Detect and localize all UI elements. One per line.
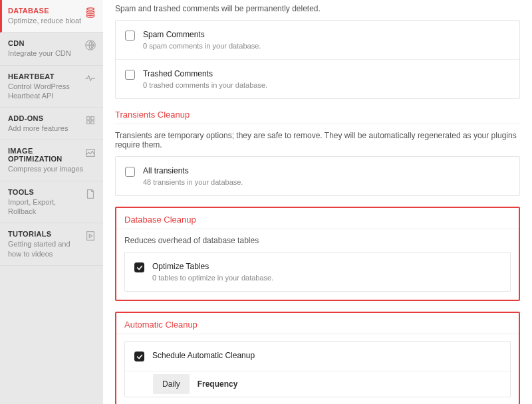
- sidebar: DATABASEOptimize, reduce bloatCDNIntegra…: [0, 0, 103, 404]
- globe-icon: [84, 39, 96, 51]
- sidebar-item-sub: Optimize, reduce bloat: [8, 16, 84, 25]
- comments-group: Spam Comments0 spam comments in your dat…: [115, 20, 520, 99]
- divider: [115, 124, 520, 124]
- checkbox-spam-comments[interactable]: Spam Comments0 spam comments in your dat…: [116, 21, 519, 60]
- heartbeat-icon: [84, 72, 96, 84]
- sidebar-item-tutorials[interactable]: TUTORIALSGetting started and how to vide…: [0, 223, 103, 266]
- row-sub: 0 trashed comments in your database.: [143, 81, 267, 89]
- database-group: Optimize Tables0 tables to optimize in y…: [124, 252, 511, 292]
- sidebar-item-title: TUTORIALS: [8, 230, 84, 238]
- row-sub: 48 transients in your database.: [143, 178, 243, 186]
- sidebar-item-title: CDN: [8, 39, 84, 47]
- sidebar-item-sub: Compress your images: [8, 164, 84, 173]
- checkbox-trashed-comments[interactable]: Trashed Comments0 trashed comments in yo…: [116, 60, 519, 98]
- sidebar-item-sub: Getting started and how to videos: [8, 239, 84, 258]
- comments-intro: Spam and trashed comments will be perman…: [115, 0, 520, 20]
- row-title: Trashed Comments: [143, 69, 267, 78]
- tools-icon: [84, 188, 96, 200]
- transients-group: All transients48 transients in your data…: [115, 156, 520, 196]
- checkbox-icon: [125, 70, 135, 80]
- checkbox-schedule-automatic-cleanup[interactable]: Schedule Automatic Cleanup: [125, 342, 510, 371]
- row-title: All transients: [143, 166, 243, 175]
- transients-desc: Transients are temporary options; they a…: [115, 131, 520, 150]
- sidebar-item-title: DATABASE: [8, 7, 84, 15]
- sidebar-item-heartbeat[interactable]: HEARTBEATControl WordPress Heartbeat API: [0, 66, 103, 108]
- sidebar-item-sub: Integrate your CDN: [8, 49, 84, 58]
- checkbox-optimize-tables[interactable]: Optimize Tables0 tables to optimize in y…: [125, 252, 510, 291]
- sidebar-item-title: IMAGE OPTIMIZATION: [8, 147, 84, 163]
- checkbox-icon: [134, 352, 144, 361]
- sidebar-item-sub: Add more features: [8, 124, 84, 133]
- database-cleanup-box: Database Cleanup Reduces overhead of dat…: [115, 207, 520, 301]
- sidebar-item-addons[interactable]: ADD-ONSAdd more features: [0, 108, 103, 140]
- automatic-cleanup-box: Automatic Cleanup Schedule Automatic Cle…: [115, 312, 520, 404]
- row-title: Schedule Automatic Cleanup: [152, 351, 255, 360]
- sidebar-item-database[interactable]: DATABASEOptimize, reduce bloat: [0, 0, 103, 33]
- checkbox-icon: [125, 167, 135, 177]
- frequency-label: Frequency: [198, 379, 238, 389]
- sidebar-item-sub: Control WordPress Heartbeat API: [8, 82, 84, 101]
- sidebar-item-title: TOOLS: [8, 188, 84, 196]
- transients-heading: Transients Cleanup: [115, 110, 520, 120]
- play-icon: [84, 230, 96, 242]
- sidebar-item-image-optimization[interactable]: IMAGE OPTIMIZATIONCompress your images: [0, 140, 103, 181]
- database-desc: Reduces overhead of database tables: [124, 236, 511, 245]
- database-heading: Database Cleanup: [124, 215, 511, 225]
- divider: [116, 334, 519, 334]
- automatic-group: Schedule Automatic CleanupDailyFrequency: [124, 341, 511, 397]
- main-content: Spam and trashed comments will be perman…: [103, 0, 532, 404]
- sidebar-item-title: HEARTBEAT: [8, 72, 84, 80]
- database-icon: [84, 7, 96, 19]
- sidebar-item-sub: Import, Export, Rollback: [8, 197, 84, 217]
- checkbox-all-transients[interactable]: All transients48 transients in your data…: [116, 157, 519, 195]
- addons-icon: [84, 114, 96, 126]
- sidebar-item-tools[interactable]: TOOLSImport, Export, Rollback: [0, 181, 103, 224]
- frequency-row: DailyFrequency: [125, 374, 510, 397]
- image-icon: [84, 147, 96, 159]
- row-sub: 0 tables to optimize in your database.: [152, 274, 273, 282]
- sidebar-item-cdn[interactable]: CDNIntegrate your CDN: [0, 33, 103, 65]
- checkbox-icon: [134, 262, 144, 272]
- row-title: Spam Comments: [143, 30, 261, 39]
- checkbox-icon: [125, 31, 135, 41]
- divider: [116, 229, 519, 229]
- sidebar-item-title: ADD-ONS: [8, 114, 84, 122]
- frequency-select[interactable]: Daily: [153, 374, 190, 394]
- row-sub: 0 spam comments in your database.: [143, 42, 261, 50]
- automatic-heading: Automatic Cleanup: [124, 320, 511, 330]
- row-title: Optimize Tables: [152, 262, 273, 271]
